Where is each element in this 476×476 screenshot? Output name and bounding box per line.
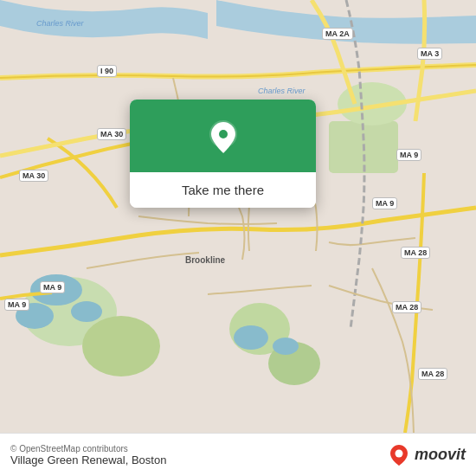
place-label-brookline: Brookline [185,255,225,265]
water-label-charles-river-1: Charles River [36,19,84,28]
svg-point-9 [71,301,102,322]
popup-header [130,100,316,172]
bottom-left: © OpenStreetMap contributors Village Gre… [10,444,166,466]
svg-point-2 [82,316,160,376]
road-badge-ma28c: MA 28 [418,368,447,380]
water-label-charles-river-2: Charles River [258,87,306,95]
road-badge-ma30b: MA 30 [19,170,48,182]
svg-point-10 [234,325,268,350]
bottom-bar: © OpenStreetMap contributors Village Gre… [0,433,476,476]
road-badge-ma9c: MA 9 [40,281,65,293]
location-pin-icon [204,119,242,157]
map-container: I 90 MA 2A MA 3 MA 30 MA 30 MA 9 MA 9 MA… [0,0,476,433]
road-badge-ma2a: MA 2A [322,28,353,40]
road-badge-ma9d: MA 9 [4,299,29,311]
road-badge-ma9b: MA 9 [372,197,397,209]
moovit-text: moovit [415,446,466,464]
svg-point-11 [273,338,299,355]
location-name: Village Green Renewal, Boston [10,453,166,466]
moovit-pin-icon [387,443,411,467]
road-badge-i90: I 90 [97,65,117,77]
road-badge-ma9a: MA 9 [396,149,421,161]
map-svg [0,0,476,433]
copyright-text: © OpenStreetMap contributors [10,444,166,453]
road-badge-ma3: MA 3 [417,48,442,60]
svg-point-13 [219,130,228,138]
road-badge-ma30a: MA 30 [97,128,126,140]
location-popup: Take me there [130,100,316,208]
moovit-logo: moovit [387,443,466,467]
road-badge-ma28b: MA 28 [392,301,421,313]
svg-point-14 [395,449,402,457]
road-badge-ma28a: MA 28 [401,247,430,259]
take-me-there-button[interactable]: Take me there [130,172,316,208]
